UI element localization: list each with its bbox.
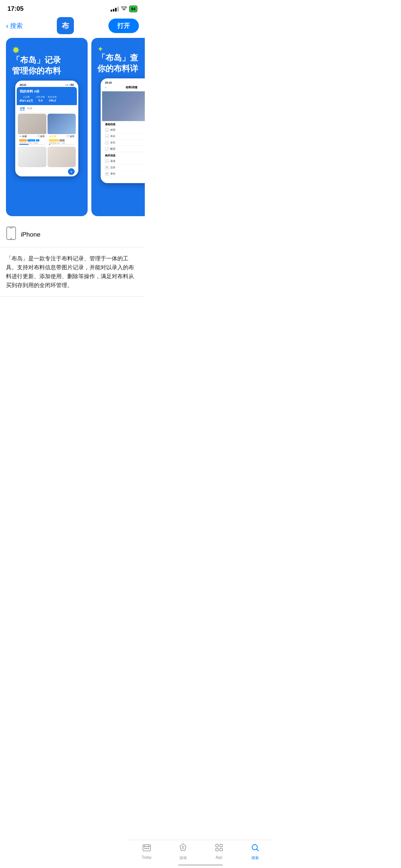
iphone-label: iPhone (21, 231, 40, 238)
screenshot-1-title: 「布岛」记录管理你的布料 (12, 55, 82, 76)
description-section: 「布岛」是一款专注于布料记录、管理于一体的工具。支持对布料信息带图片记录，并能对… (0, 247, 145, 297)
status-bar: 17:05 94 (0, 0, 145, 16)
iphone-icon (6, 227, 16, 243)
status-icons: 94 (111, 6, 137, 12)
signal-icon (111, 7, 119, 12)
app-icon: 布 (57, 17, 74, 34)
star-icon-1: ✸ (12, 45, 82, 55)
wifi-icon (121, 6, 127, 12)
battery-indicator: 94 (129, 6, 137, 12)
screenshot-2: ✦ 「布岛」查你的布料详 20:10 ▪ ▪ ▪ 5G ‹ 布料详情 ⋯ 基础信… (91, 38, 145, 216)
chevron-left-icon: ‹ (6, 22, 9, 30)
device-section: iPhone (0, 222, 145, 247)
svg-point-2 (11, 238, 12, 239)
open-button[interactable]: 打开 (108, 19, 139, 33)
description-text: 「布岛」是一款专注于布料记录、管理于一体的工具。支持对布料信息带图片记录，并能对… (6, 254, 139, 290)
nav-bar: ‹ 搜索 布 打开 (0, 16, 145, 38)
status-time: 17:05 (7, 5, 23, 13)
screenshot-2-title: 「布岛」查你的布料详 (97, 53, 145, 74)
screenshot-1: ✸ 「布岛」记录管理你的布料 20:21 ▪ ▪ ▪ 5G 我的布料 4份 总花… (6, 38, 88, 216)
phone-mockup-2: 20:10 ▪ ▪ ▪ 5G ‹ 布料详情 ⋯ 基础信息 ◇ 材质 (101, 78, 145, 183)
back-button[interactable]: ‹ 搜索 (6, 22, 23, 30)
svg-rect-1 (9, 228, 13, 228)
screenshots-scroll[interactable]: ✸ 「布岛」记录管理你的布料 20:21 ▪ ▪ ▪ 5G 我的布料 4份 总花… (0, 38, 145, 222)
star-icon-2: ✦ (97, 45, 145, 53)
phone-mockup-1: 20:21 ▪ ▪ ▪ 5G 我的布料 4份 总花费 约¥7.93万 消耗米数 (15, 81, 78, 176)
back-label: 搜索 (10, 22, 23, 30)
